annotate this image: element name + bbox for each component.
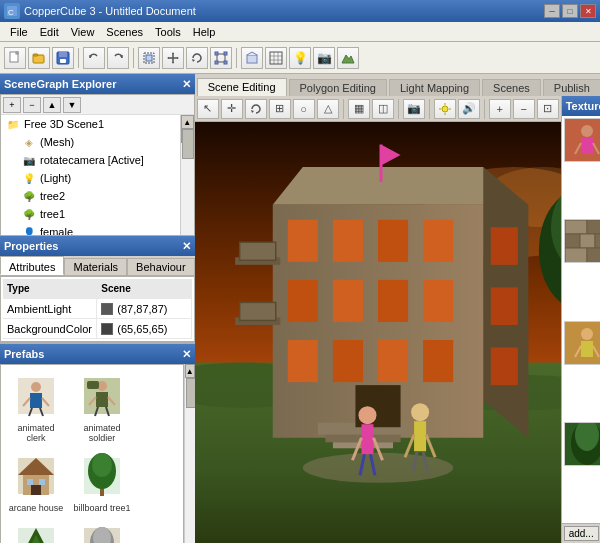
- svg-rect-50: [39, 479, 45, 485]
- vp-sep4: [484, 99, 485, 119]
- sg-item-label-6: female: [40, 226, 73, 235]
- scene-graph-header: SceneGraph Explorer ✕: [0, 74, 195, 94]
- sg-item-4[interactable]: 🌳 tree2: [1, 187, 180, 205]
- prefabs-scroll-up[interactable]: ▲: [185, 364, 195, 378]
- rotate-button[interactable]: [186, 47, 208, 69]
- camera-button[interactable]: 📷: [313, 47, 335, 69]
- close-button[interactable]: ✕: [580, 4, 596, 18]
- sg-up-button[interactable]: ▲: [43, 97, 61, 113]
- prefab-thumb-animated-clerk: [11, 371, 61, 421]
- menu-view[interactable]: View: [65, 24, 101, 40]
- minimize-button[interactable]: ─: [544, 4, 560, 18]
- prefab-item-billboard-tree1[interactable]: billboard tree1: [71, 449, 133, 515]
- texture-thumb-6[interactable]: [564, 321, 600, 365]
- prefab-item-arcane-house[interactable]: arcane house: [5, 449, 67, 515]
- scene-graph-scrollbar[interactable]: ▲ ▼: [180, 115, 194, 235]
- vp-sound-button[interactable]: 🔊: [458, 99, 480, 119]
- svg-rect-21: [215, 61, 218, 64]
- view3d-button[interactable]: [241, 47, 263, 69]
- prefab-item-billboard-tree3[interactable]: billboard tree3: [71, 519, 133, 543]
- sg-scroll-up[interactable]: ▲: [181, 115, 194, 129]
- open-button[interactable]: [28, 47, 50, 69]
- prefab-item-billboard-tree2[interactable]: billboard tree2: [5, 519, 67, 543]
- prop-row-1: BackgroundColor (65,65,65): [3, 319, 192, 339]
- tree-sg-icon-5: 🌳: [21, 206, 37, 222]
- camera-sg-icon: 📷: [21, 152, 37, 168]
- scene-graph-close[interactable]: ✕: [182, 78, 191, 91]
- texture-thumb-3[interactable]: [564, 219, 600, 263]
- tab-polygon-editing[interactable]: Polygon Editing: [289, 79, 387, 96]
- menu-edit[interactable]: Edit: [34, 24, 65, 40]
- sg-item-2[interactable]: 📷 rotatecamera [Active]: [1, 151, 180, 169]
- menu-help[interactable]: Help: [187, 24, 222, 40]
- vp-camera-button[interactable]: 📷: [403, 99, 425, 119]
- vp-move-button[interactable]: ✛: [221, 99, 243, 119]
- redo-button[interactable]: [107, 47, 129, 69]
- textures-add-button[interactable]: add...: [564, 526, 599, 541]
- sg-add-button[interactable]: +: [3, 97, 21, 113]
- prefabs-close[interactable]: ✕: [182, 348, 191, 361]
- light-button[interactable]: 💡: [289, 47, 311, 69]
- save-button[interactable]: [52, 47, 74, 69]
- select-button[interactable]: [138, 47, 160, 69]
- svg-rect-105: [287, 340, 317, 382]
- tab-light-mapping[interactable]: Light Mapping: [389, 79, 480, 96]
- sg-item-6[interactable]: 👤 female: [1, 223, 180, 235]
- undo-button[interactable]: [83, 47, 105, 69]
- bg-color-swatch[interactable]: [101, 323, 113, 335]
- vp-light-button[interactable]: [434, 99, 456, 119]
- tab-scene-editing[interactable]: Scene Editing: [197, 78, 287, 96]
- prop-value-0: (87,87,87): [97, 299, 191, 318]
- tab-attributes[interactable]: Attributes: [0, 256, 64, 275]
- svg-rect-127: [361, 424, 373, 454]
- tab-behaviour[interactable]: Behaviour: [127, 258, 195, 275]
- vp-zoom-in-button[interactable]: +: [489, 99, 511, 119]
- svg-rect-158: [565, 248, 587, 263]
- menu-bar: File Edit View Scenes Tools Help: [0, 22, 600, 42]
- prefab-label-animated-soldier: animated soldier: [73, 423, 131, 443]
- sg-item-5[interactable]: 🌳 tree1: [1, 205, 180, 223]
- vp-triangle-button[interactable]: △: [317, 99, 339, 119]
- sg-delete-button[interactable]: −: [23, 97, 41, 113]
- sg-item-3[interactable]: 💡 (Light): [1, 169, 180, 187]
- vp-material-button[interactable]: ◫: [372, 99, 394, 119]
- menu-file[interactable]: File: [4, 24, 34, 40]
- grid-button[interactable]: [265, 47, 287, 69]
- sg-item-0[interactable]: 📁 Free 3D Scene1: [1, 115, 180, 133]
- move-button[interactable]: [162, 47, 184, 69]
- tab-publish[interactable]: Publish: [543, 79, 600, 96]
- maximize-button[interactable]: □: [562, 4, 578, 18]
- vp-texture-button[interactable]: ▦: [348, 99, 370, 119]
- vp-fit-button[interactable]: ⊡: [537, 99, 559, 119]
- terrain-button[interactable]: [337, 47, 359, 69]
- prefab-thumb-billboard-tree2: [11, 521, 61, 543]
- vp-zoom-out-button[interactable]: −: [513, 99, 535, 119]
- menu-scenes[interactable]: Scenes: [100, 24, 149, 40]
- sg-down-button[interactable]: ▼: [63, 97, 81, 113]
- prefabs-scrollbar[interactable]: ▲ ▼: [184, 364, 195, 543]
- scale-button[interactable]: [210, 47, 232, 69]
- texture-thumb-9[interactable]: [564, 422, 600, 466]
- sg-scroll-thumb[interactable]: [182, 129, 194, 159]
- vp-sep1: [343, 99, 344, 119]
- 3d-scene[interactable]: [195, 122, 561, 543]
- vp-circle-button[interactable]: ○: [293, 99, 315, 119]
- new-button[interactable]: [4, 47, 26, 69]
- textures-title: Textures: [566, 100, 600, 112]
- prefab-item-animated-clerk[interactable]: animated clerk: [5, 369, 67, 445]
- ambient-color-swatch[interactable]: [101, 303, 113, 315]
- sg-item-label-3: (Light): [40, 172, 71, 184]
- svg-rect-39: [87, 381, 99, 389]
- vp-rotate-button[interactable]: [245, 99, 267, 119]
- menu-tools[interactable]: Tools: [149, 24, 187, 40]
- sg-item-1[interactable]: ◈ (Mesh): [1, 133, 180, 151]
- tab-materials[interactable]: Materials: [64, 258, 127, 275]
- texture-thumb-0[interactable]: [564, 118, 600, 162]
- prefabs-body: animated clerkanimated soldierarcane hou…: [0, 364, 195, 543]
- vp-scale-button[interactable]: ⊞: [269, 99, 291, 119]
- vp-select-button[interactable]: ↖: [197, 99, 219, 119]
- mesh-icon: ◈: [21, 134, 37, 150]
- properties-close[interactable]: ✕: [182, 240, 191, 253]
- tab-scenes[interactable]: Scenes: [482, 79, 541, 96]
- prefab-item-animated-soldier[interactable]: animated soldier: [71, 369, 133, 445]
